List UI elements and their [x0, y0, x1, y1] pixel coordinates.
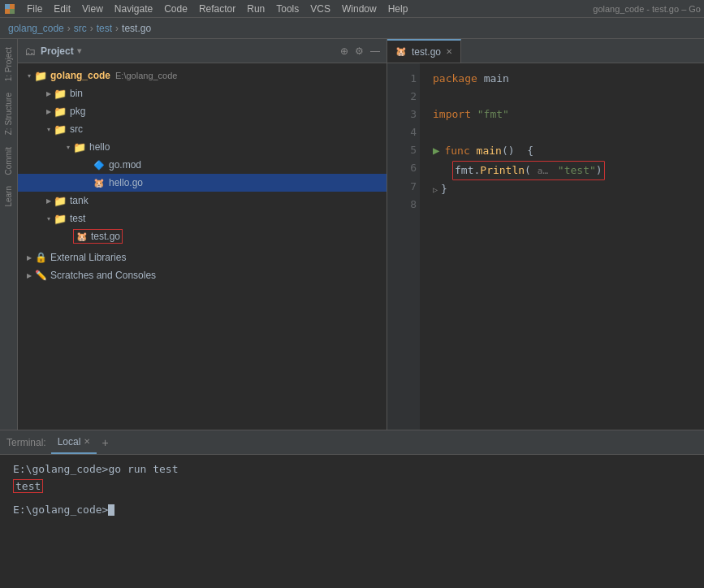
code-line-5: ▶ func main() { — [433, 141, 691, 161]
editor-area: 🐹 test.go ✕ 1 2 3 4 5 6 7 8 package main — [387, 39, 704, 430]
run-arrow-icon[interactable]: ▶ — [433, 141, 439, 161]
tree-item-hellogo[interactable]: 🐹 hello.go — [18, 174, 387, 192]
scratches-arrow: ▶ — [24, 270, 34, 280]
hellogo-icon: 🐹 — [93, 176, 106, 189]
terminal-output: test — [13, 479, 43, 493]
tree-root-arrow: ▾ — [24, 71, 34, 80]
sidebar-learn-label[interactable]: Learn — [2, 181, 15, 212]
breadcrumb: golang_code › src › test › test.go — [0, 18, 704, 39]
tree-external-label: External Libraries — [50, 252, 126, 263]
menu-run[interactable]: Run — [241, 2, 270, 16]
project-tree: ▾ 📁 golang_code E:\golang_code ▶ 📁 bin ▶… — [18, 63, 387, 430]
svg-rect-3 — [10, 9, 15, 14]
settings-icon[interactable]: ⚙ — [355, 45, 364, 57]
gomod-icon: 🔷 — [93, 158, 106, 171]
gomod-arrow — [83, 160, 93, 170]
external-arrow: ▶ — [24, 253, 34, 262]
svg-rect-0 — [5, 4, 10, 9]
menubar: File Edit View Navigate Code Refactor Ru… — [0, 0, 704, 18]
terminal-tabs: Terminal: Local ✕ + — [0, 430, 704, 455]
terminal-tab-close[interactable]: ✕ — [84, 437, 90, 446]
tree-item-tank[interactable]: ▶ 📁 tank — [18, 192, 387, 210]
external-icon: 🔒 — [34, 251, 47, 264]
code-editor[interactable]: package main import "fmt" ▶ func main() … — [420, 63, 704, 430]
project-header: 🗂 Project ▾ ⊕ ⚙ — — [18, 39, 387, 63]
scratches-icon: ✏️ — [34, 269, 47, 282]
sidebar-commit-label[interactable]: Commit — [2, 142, 15, 179]
tree-root-path: E:\golang_code — [115, 71, 177, 80]
left-sidebar-strip: 1: Project Z: Structure Commit Learn — [0, 39, 18, 430]
tab-gofile-icon: 🐹 — [395, 46, 407, 57]
tree-item-scratches[interactable]: ▶ ✏️ Scratches and Consoles — [18, 266, 387, 284]
hint-a: a… — [538, 166, 548, 176]
menu-navigate[interactable]: Navigate — [109, 2, 158, 16]
tree-test-label: test — [70, 213, 85, 224]
tree-scratches-label: Scratches and Consoles — [50, 270, 156, 281]
code-line-2 — [433, 88, 691, 106]
tree-item-hello[interactable]: ▾ 📁 hello — [18, 138, 387, 156]
pkg-arrow: ▶ — [44, 106, 54, 116]
project-folder-icon: 🗂 — [24, 45, 36, 58]
editor-tabs: 🐹 test.go ✕ — [387, 39, 704, 63]
minimize-icon[interactable]: — — [370, 45, 380, 57]
tree-item-src[interactable]: ▾ 📁 src — [18, 120, 387, 138]
globe-icon[interactable]: ⊕ — [340, 45, 348, 57]
menu-view[interactable]: View — [76, 2, 109, 16]
svg-rect-2 — [5, 9, 10, 14]
terminal-label: Terminal: — [6, 437, 46, 448]
menu-vcs[interactable]: VCS — [304, 2, 336, 16]
tree-root[interactable]: ▾ 📁 golang_code E:\golang_code — [18, 67, 387, 84]
sidebar-project-label[interactable]: 1: Project — [2, 42, 15, 86]
terminal-cmd2-line: E:\golang_code> — [13, 502, 691, 519]
tab-close-icon[interactable]: ✕ — [446, 47, 452, 56]
terminal-cursor — [108, 504, 114, 516]
testgo-icon: 🐹 — [76, 230, 89, 243]
tree-tank-label: tank — [70, 195, 89, 206]
tree-item-gomod[interactable]: 🔷 go.mod — [18, 156, 387, 174]
hello-arrow: ▾ — [63, 142, 73, 152]
project-header-icons: ⊕ ⚙ — — [340, 45, 380, 57]
tab-testgo-label: test.go — [412, 46, 441, 58]
menu-tools[interactable]: Tools — [270, 2, 304, 16]
terminal-output-line: test — [13, 478, 691, 495]
menu-refactor[interactable]: Refactor — [193, 2, 241, 16]
tree-root-name: golang_code — [50, 70, 110, 81]
editor-tab-testgo[interactable]: 🐹 test.go ✕ — [387, 39, 461, 63]
code-line-3: import "fmt" — [433, 106, 691, 123]
tree-item-bin[interactable]: ▶ 📁 bin — [18, 84, 387, 102]
terminal-add-tab[interactable]: + — [101, 436, 108, 449]
folder-icon: 📁 — [34, 69, 47, 82]
tree-item-test[interactable]: ▾ 📁 test — [18, 210, 387, 227]
hellogo-arrow — [83, 178, 93, 188]
tree-item-pkg[interactable]: ▶ 📁 pkg — [18, 102, 387, 120]
sidebar-structure-label[interactable]: Z: Structure — [2, 88, 15, 140]
project-dropdown[interactable]: ▾ — [77, 46, 81, 55]
menu-help[interactable]: Help — [382, 2, 414, 16]
menu-code[interactable]: Code — [158, 2, 193, 16]
fold-icon: ▷ — [433, 183, 441, 197]
tree-item-testgo[interactable]: 🐹 test.go — [18, 227, 387, 245]
menu-window[interactable]: Window — [336, 2, 382, 16]
main-layout: 1: Project Z: Structure Commit Learn 🗂 P… — [0, 39, 704, 430]
pkg-folder-icon: 📁 — [54, 105, 67, 118]
project-title: Project ▾ — [41, 45, 81, 57]
kw-package: package — [433, 70, 477, 88]
breadcrumb-current-file: test.go — [122, 23, 151, 34]
bin-folder-icon: 📁 — [54, 87, 67, 100]
tree-hellogo-label: hello.go — [109, 177, 143, 188]
menu-edit[interactable]: Edit — [48, 2, 76, 16]
tank-folder-icon: 📁 — [54, 194, 67, 207]
breadcrumb-root[interactable]: golang_code — [8, 23, 64, 34]
test-arrow: ▾ — [44, 214, 54, 223]
testgo-highlighted-box[interactable]: 🐹 test.go — [73, 229, 123, 244]
tree-gomod-label: go.mod — [109, 159, 141, 171]
terminal-tab-local[interactable]: Local ✕ — [51, 430, 97, 454]
hello-folder-icon: 📁 — [73, 141, 86, 153]
menu-file[interactable]: File — [21, 2, 48, 16]
tree-item-external[interactable]: ▶ 🔒 External Libraries — [18, 249, 387, 266]
test-folder-icon: 📁 — [54, 212, 67, 225]
breadcrumb-test[interactable]: test — [97, 23, 112, 34]
terminal-content[interactable]: E:\golang_code>go run test test E:\golan… — [0, 455, 704, 588]
breadcrumb-src[interactable]: src — [74, 23, 87, 34]
code-line-4 — [433, 123, 691, 141]
